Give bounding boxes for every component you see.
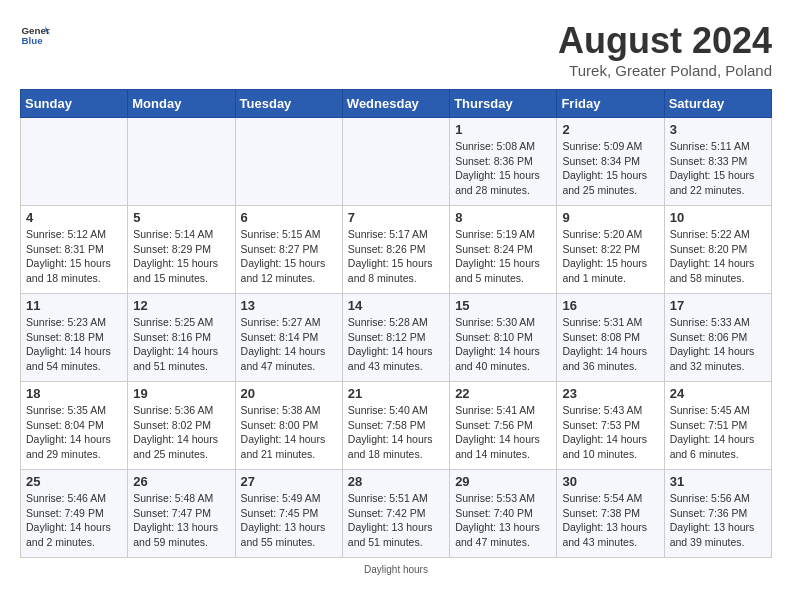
day-info: Sunrise: 5:30 AM Sunset: 8:10 PM Dayligh… [455, 315, 551, 374]
calendar-cell [128, 118, 235, 206]
day-header-wednesday: Wednesday [342, 90, 449, 118]
day-info: Sunrise: 5:46 AM Sunset: 7:49 PM Dayligh… [26, 491, 122, 550]
logo-icon: General Blue [20, 20, 50, 50]
calendar-cell: 26Sunrise: 5:48 AM Sunset: 7:47 PM Dayli… [128, 470, 235, 558]
day-number: 22 [455, 386, 551, 401]
day-number: 8 [455, 210, 551, 225]
day-info: Sunrise: 5:33 AM Sunset: 8:06 PM Dayligh… [670, 315, 766, 374]
calendar-cell: 13Sunrise: 5:27 AM Sunset: 8:14 PM Dayli… [235, 294, 342, 382]
day-number: 4 [26, 210, 122, 225]
calendar-table: SundayMondayTuesdayWednesdayThursdayFrid… [20, 89, 772, 558]
day-info: Sunrise: 5:20 AM Sunset: 8:22 PM Dayligh… [562, 227, 658, 286]
day-number: 2 [562, 122, 658, 137]
logo: General Blue [20, 20, 50, 50]
calendar-cell: 10Sunrise: 5:22 AM Sunset: 8:20 PM Dayli… [664, 206, 771, 294]
day-info: Sunrise: 5:25 AM Sunset: 8:16 PM Dayligh… [133, 315, 229, 374]
day-number: 18 [26, 386, 122, 401]
calendar-cell: 31Sunrise: 5:56 AM Sunset: 7:36 PM Dayli… [664, 470, 771, 558]
day-number: 24 [670, 386, 766, 401]
day-number: 19 [133, 386, 229, 401]
day-info: Sunrise: 5:40 AM Sunset: 7:58 PM Dayligh… [348, 403, 444, 462]
week-row-0: 1Sunrise: 5:08 AM Sunset: 8:36 PM Daylig… [21, 118, 772, 206]
day-number: 21 [348, 386, 444, 401]
day-info: Sunrise: 5:36 AM Sunset: 8:02 PM Dayligh… [133, 403, 229, 462]
day-info: Sunrise: 5:31 AM Sunset: 8:08 PM Dayligh… [562, 315, 658, 374]
calendar-cell: 30Sunrise: 5:54 AM Sunset: 7:38 PM Dayli… [557, 470, 664, 558]
svg-text:Blue: Blue [22, 35, 44, 46]
calendar-cell [342, 118, 449, 206]
day-info: Sunrise: 5:09 AM Sunset: 8:34 PM Dayligh… [562, 139, 658, 198]
day-number: 1 [455, 122, 551, 137]
day-info: Sunrise: 5:53 AM Sunset: 7:40 PM Dayligh… [455, 491, 551, 550]
day-number: 17 [670, 298, 766, 313]
calendar-cell: 3Sunrise: 5:11 AM Sunset: 8:33 PM Daylig… [664, 118, 771, 206]
day-number: 31 [670, 474, 766, 489]
calendar-cell: 7Sunrise: 5:17 AM Sunset: 8:26 PM Daylig… [342, 206, 449, 294]
calendar-cell: 4Sunrise: 5:12 AM Sunset: 8:31 PM Daylig… [21, 206, 128, 294]
week-row-2: 11Sunrise: 5:23 AM Sunset: 8:18 PM Dayli… [21, 294, 772, 382]
footer-note: Daylight hours [20, 564, 772, 575]
calendar-cell: 18Sunrise: 5:35 AM Sunset: 8:04 PM Dayli… [21, 382, 128, 470]
day-info: Sunrise: 5:22 AM Sunset: 8:20 PM Dayligh… [670, 227, 766, 286]
week-row-1: 4Sunrise: 5:12 AM Sunset: 8:31 PM Daylig… [21, 206, 772, 294]
calendar-cell: 16Sunrise: 5:31 AM Sunset: 8:08 PM Dayli… [557, 294, 664, 382]
calendar-header: SundayMondayTuesdayWednesdayThursdayFrid… [21, 90, 772, 118]
day-header-tuesday: Tuesday [235, 90, 342, 118]
week-row-4: 25Sunrise: 5:46 AM Sunset: 7:49 PM Dayli… [21, 470, 772, 558]
day-number: 9 [562, 210, 658, 225]
day-number: 23 [562, 386, 658, 401]
day-info: Sunrise: 5:17 AM Sunset: 8:26 PM Dayligh… [348, 227, 444, 286]
calendar-cell: 8Sunrise: 5:19 AM Sunset: 8:24 PM Daylig… [450, 206, 557, 294]
day-info: Sunrise: 5:23 AM Sunset: 8:18 PM Dayligh… [26, 315, 122, 374]
day-info: Sunrise: 5:08 AM Sunset: 8:36 PM Dayligh… [455, 139, 551, 198]
calendar-cell: 12Sunrise: 5:25 AM Sunset: 8:16 PM Dayli… [128, 294, 235, 382]
day-number: 29 [455, 474, 551, 489]
week-row-3: 18Sunrise: 5:35 AM Sunset: 8:04 PM Dayli… [21, 382, 772, 470]
day-info: Sunrise: 5:54 AM Sunset: 7:38 PM Dayligh… [562, 491, 658, 550]
day-header-friday: Friday [557, 90, 664, 118]
day-info: Sunrise: 5:14 AM Sunset: 8:29 PM Dayligh… [133, 227, 229, 286]
day-number: 25 [26, 474, 122, 489]
calendar-cell: 23Sunrise: 5:43 AM Sunset: 7:53 PM Dayli… [557, 382, 664, 470]
day-info: Sunrise: 5:12 AM Sunset: 8:31 PM Dayligh… [26, 227, 122, 286]
calendar-cell: 9Sunrise: 5:20 AM Sunset: 8:22 PM Daylig… [557, 206, 664, 294]
day-info: Sunrise: 5:35 AM Sunset: 8:04 PM Dayligh… [26, 403, 122, 462]
calendar-cell: 25Sunrise: 5:46 AM Sunset: 7:49 PM Dayli… [21, 470, 128, 558]
day-info: Sunrise: 5:56 AM Sunset: 7:36 PM Dayligh… [670, 491, 766, 550]
day-number: 27 [241, 474, 337, 489]
day-info: Sunrise: 5:28 AM Sunset: 8:12 PM Dayligh… [348, 315, 444, 374]
day-number: 20 [241, 386, 337, 401]
calendar-cell: 28Sunrise: 5:51 AM Sunset: 7:42 PM Dayli… [342, 470, 449, 558]
calendar-cell: 2Sunrise: 5:09 AM Sunset: 8:34 PM Daylig… [557, 118, 664, 206]
calendar-body: 1Sunrise: 5:08 AM Sunset: 8:36 PM Daylig… [21, 118, 772, 558]
day-header-sunday: Sunday [21, 90, 128, 118]
calendar-cell: 27Sunrise: 5:49 AM Sunset: 7:45 PM Dayli… [235, 470, 342, 558]
calendar-cell: 15Sunrise: 5:30 AM Sunset: 8:10 PM Dayli… [450, 294, 557, 382]
day-header-thursday: Thursday [450, 90, 557, 118]
day-number: 11 [26, 298, 122, 313]
day-number: 15 [455, 298, 551, 313]
title-area: August 2024 Turek, Greater Poland, Polan… [558, 20, 772, 79]
day-info: Sunrise: 5:51 AM Sunset: 7:42 PM Dayligh… [348, 491, 444, 550]
day-number: 6 [241, 210, 337, 225]
day-header-row: SundayMondayTuesdayWednesdayThursdayFrid… [21, 90, 772, 118]
calendar-cell: 21Sunrise: 5:40 AM Sunset: 7:58 PM Dayli… [342, 382, 449, 470]
day-info: Sunrise: 5:45 AM Sunset: 7:51 PM Dayligh… [670, 403, 766, 462]
calendar-cell: 24Sunrise: 5:45 AM Sunset: 7:51 PM Dayli… [664, 382, 771, 470]
day-number: 28 [348, 474, 444, 489]
day-number: 30 [562, 474, 658, 489]
day-header-monday: Monday [128, 90, 235, 118]
day-header-saturday: Saturday [664, 90, 771, 118]
day-number: 5 [133, 210, 229, 225]
calendar-cell: 6Sunrise: 5:15 AM Sunset: 8:27 PM Daylig… [235, 206, 342, 294]
day-number: 16 [562, 298, 658, 313]
day-number: 26 [133, 474, 229, 489]
calendar-cell: 11Sunrise: 5:23 AM Sunset: 8:18 PM Dayli… [21, 294, 128, 382]
calendar-cell: 1Sunrise: 5:08 AM Sunset: 8:36 PM Daylig… [450, 118, 557, 206]
day-number: 10 [670, 210, 766, 225]
calendar-cell: 22Sunrise: 5:41 AM Sunset: 7:56 PM Dayli… [450, 382, 557, 470]
day-info: Sunrise: 5:19 AM Sunset: 8:24 PM Dayligh… [455, 227, 551, 286]
day-info: Sunrise: 5:38 AM Sunset: 8:00 PM Dayligh… [241, 403, 337, 462]
calendar-cell: 5Sunrise: 5:14 AM Sunset: 8:29 PM Daylig… [128, 206, 235, 294]
day-info: Sunrise: 5:11 AM Sunset: 8:33 PM Dayligh… [670, 139, 766, 198]
